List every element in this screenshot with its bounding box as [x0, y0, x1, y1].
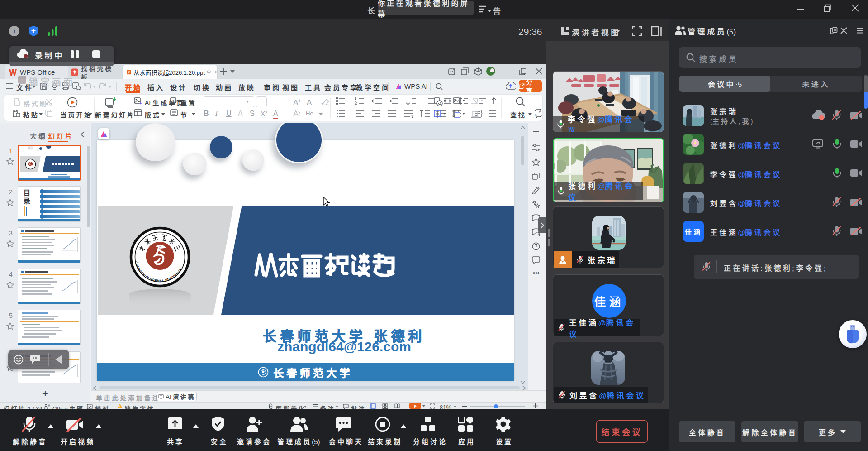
svg-text:x: x [535, 113, 536, 117]
svg-text:A: A [539, 110, 541, 114]
